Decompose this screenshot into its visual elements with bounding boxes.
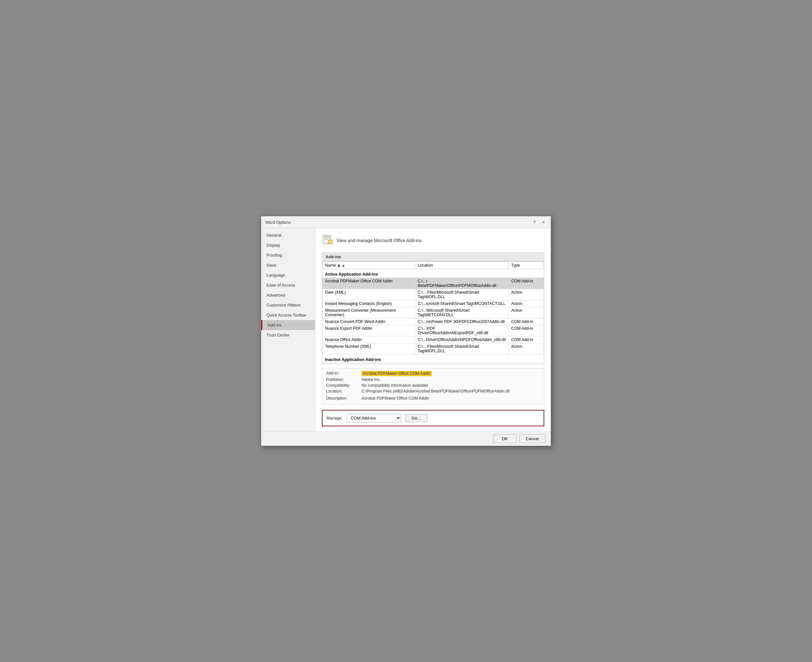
sidebar-item-display[interactable]: Display bbox=[261, 240, 315, 250]
cell-location: C:\...\PDF Driver\OfficeAddIn\NExportPDF… bbox=[415, 325, 509, 336]
manage-section: Manage: COM Add-insExcel Add-insWord Add… bbox=[322, 410, 544, 426]
cell-location: C:\... Files\Microsoft Shared\Smart Tag\… bbox=[415, 343, 509, 355]
word-options-dialog: Word Options ? × GeneralDisplayProofingS… bbox=[261, 216, 551, 446]
header-text: View and manage Microsoft Office Add-ins… bbox=[337, 238, 423, 243]
sidebar-item-add-ins[interactable]: Add-ins bbox=[261, 320, 315, 330]
description-value: Acrobat PDFMaker Office COM Addin bbox=[361, 396, 429, 400]
table-row[interactable]: Acrobat PDFMaker Office COM AddinC:\...t… bbox=[322, 278, 544, 289]
addins-icon bbox=[322, 233, 334, 247]
cell-type: Action bbox=[509, 343, 544, 355]
title-bar: Word Options ? × bbox=[261, 216, 551, 228]
cell-location: C:\...Driver\OfficeAddIn\NPDFOfficeAddin… bbox=[415, 336, 509, 343]
cell-location: C:\...Microsoft Office\root\Office16\ONB… bbox=[415, 363, 509, 365]
cell-type: Action bbox=[509, 307, 544, 318]
cell-location: C:\... Files\Microsoft Shared\Smart Tag\… bbox=[415, 289, 509, 300]
sidebar-item-general[interactable]: General bbox=[261, 230, 315, 240]
title-bar-controls: ? × bbox=[531, 219, 547, 225]
col-header-type[interactable]: Type bbox=[509, 262, 544, 269]
cell-name: Acrobat PDFMaker Office COM Addin bbox=[322, 278, 415, 289]
cell-type: Action bbox=[509, 289, 544, 300]
cell-name: Measurement Converter (Measurement Conve… bbox=[322, 307, 415, 318]
addin-label: Add-in: bbox=[326, 371, 361, 376]
page-header: View and manage Microsoft Office Add-ins… bbox=[322, 233, 544, 247]
ok-button[interactable]: OK bbox=[493, 434, 517, 443]
col-header-name[interactable]: Name ▲ bbox=[322, 262, 415, 269]
addins-table: Name ▲ Location Type Active Application … bbox=[322, 262, 544, 364]
cell-type: COM Add-in bbox=[509, 325, 544, 336]
cell-type: COM Add-in bbox=[509, 336, 544, 343]
cell-location: C:\...icrosoft Shared\Smart Tag\IMCONTAC… bbox=[415, 300, 509, 307]
dialog-body: GeneralDisplayProofingSaveLanguageEase o… bbox=[261, 228, 551, 431]
table-row[interactable]: Nuance Export PDF AddinC:\...\PDF Driver… bbox=[322, 325, 544, 336]
cell-location: C:\...t Beta\PDFMaker\Office\PDFMOfficeA… bbox=[415, 278, 509, 289]
table-row[interactable]: OneNote Linked Notes Add-InC:\...Microso… bbox=[322, 363, 544, 365]
table-row[interactable]: Date (XML)C:\... Files\Microsoft Shared\… bbox=[322, 289, 544, 300]
cell-type: COM Add-in bbox=[509, 318, 544, 325]
svg-rect-3 bbox=[324, 239, 327, 239]
close-button[interactable]: × bbox=[540, 219, 547, 225]
group-header: Active Application Add-ins bbox=[322, 269, 544, 278]
publisher-label: Publisher: bbox=[326, 378, 361, 382]
detail-location-row: Location: C:\Program Files (x86)\Adobe\A… bbox=[326, 389, 540, 394]
dialog-title: Word Options bbox=[265, 220, 291, 225]
cell-name: Nuance Convert PDF Word Addin bbox=[322, 318, 415, 325]
cell-name: Telephone Number (XML) bbox=[322, 343, 415, 355]
table-row[interactable]: Nuance Convert PDF Word AddinC:\...ce\Po… bbox=[322, 318, 544, 325]
cell-type: Action bbox=[509, 300, 544, 307]
sidebar-item-quick-access-toolbar[interactable]: Quick Access Toolbar bbox=[261, 310, 315, 320]
svg-rect-2 bbox=[324, 238, 329, 238]
cancel-button[interactable]: Cancel bbox=[519, 434, 546, 443]
col-header-location[interactable]: Location bbox=[415, 262, 509, 269]
table-row[interactable]: Nuance Office AddinC:\...Driver\OfficeAd… bbox=[322, 336, 544, 343]
table-row[interactable]: Telephone Number (XML)C:\... Files\Micro… bbox=[322, 343, 544, 355]
location-value: C:\Program Files (x86)\Adobe\Acrobat Bet… bbox=[361, 389, 509, 394]
cell-location: C:\...ce\Power PDF 30\PDFCOffice2007Addi… bbox=[415, 318, 509, 325]
sidebar-item-advanced[interactable]: Advanced bbox=[261, 290, 315, 300]
cell-type: COM Add-in bbox=[509, 363, 544, 365]
manage-label: Manage: bbox=[326, 416, 343, 421]
svg-rect-1 bbox=[324, 236, 329, 237]
description-label: Description: bbox=[326, 396, 361, 400]
manage-select[interactable]: COM Add-insExcel Add-insWord Add-insSmar… bbox=[347, 414, 401, 423]
table-row[interactable]: Measurement Converter (Measurement Conve… bbox=[322, 307, 544, 318]
compatibility-label: Compatibility: bbox=[326, 383, 361, 388]
cell-location: C:\...\Microsoft Shared\Smart Tag\METCON… bbox=[415, 307, 509, 318]
detail-addin-row: Add-in: Acrobat PDFMaker Office COM Addi… bbox=[326, 371, 540, 376]
location-label: Location: bbox=[326, 389, 361, 394]
cell-name: Nuance Export PDF Addin bbox=[322, 325, 415, 336]
sidebar-item-proofing[interactable]: Proofing bbox=[261, 250, 315, 260]
cell-name: Nuance Office Addin bbox=[322, 336, 415, 343]
sidebar-item-customize-ribbon[interactable]: Customize Ribbon bbox=[261, 300, 315, 310]
detail-publisher-row: Publisher: Adobe Inc. bbox=[326, 378, 540, 382]
group-header: Inactive Application Add-ins bbox=[322, 355, 544, 363]
sidebar-item-trust-center[interactable]: Trust Center bbox=[261, 330, 315, 340]
table-row[interactable]: Instant Messaging Contacts (English)C:\.… bbox=[322, 300, 544, 307]
dialog-footer: OK Cancel bbox=[261, 431, 551, 446]
detail-section: Add-in: Acrobat PDFMaker Office COM Addi… bbox=[322, 368, 544, 405]
go-button[interactable]: Go... bbox=[405, 414, 428, 422]
sidebar-item-ease-of-access[interactable]: Ease of Access bbox=[261, 280, 315, 290]
sidebar-item-save[interactable]: Save bbox=[261, 260, 315, 270]
detail-description-row: Description: Acrobat PDFMaker Office COM… bbox=[326, 396, 540, 400]
compatibility-value: No compatibility information available bbox=[361, 383, 428, 388]
cell-name: OneNote Linked Notes Add-In bbox=[322, 363, 415, 365]
help-button[interactable]: ? bbox=[531, 219, 538, 225]
main-content: View and manage Microsoft Office Add-ins… bbox=[316, 228, 551, 431]
publisher-value: Adobe Inc. bbox=[361, 378, 381, 382]
cell-name: Date (XML) bbox=[322, 289, 415, 300]
section-title: Add-ins bbox=[322, 252, 544, 261]
detail-compatibility-row: Compatibility: No compatibility informat… bbox=[326, 383, 540, 388]
addin-value: Acrobat PDFMaker Office COM Addin bbox=[361, 371, 432, 376]
cell-name: Instant Messaging Contacts (English) bbox=[322, 300, 415, 307]
cell-type: COM Add-in bbox=[509, 278, 544, 289]
sidebar: GeneralDisplayProofingSaveLanguageEase o… bbox=[261, 228, 316, 431]
sidebar-item-language[interactable]: Language bbox=[261, 270, 315, 280]
addins-table-wrapper[interactable]: Name ▲ Location Type Active Application … bbox=[322, 261, 544, 364]
